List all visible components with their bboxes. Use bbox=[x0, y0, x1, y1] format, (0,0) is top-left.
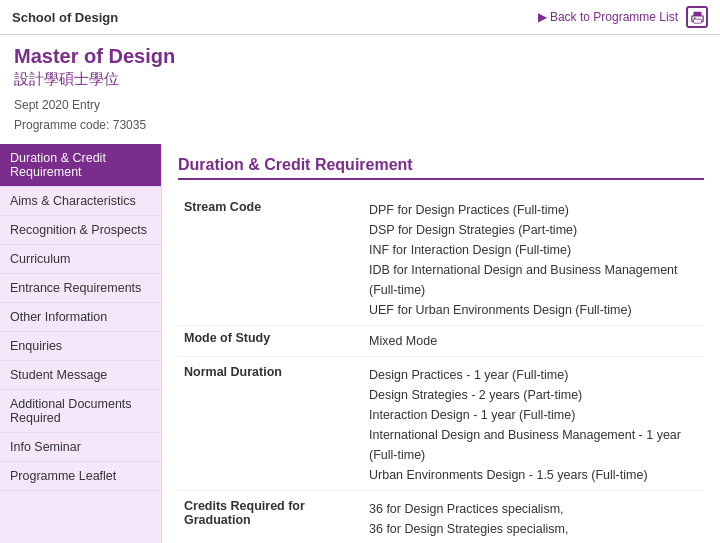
table-row: Normal Duration Design Practices - 1 yea… bbox=[178, 356, 704, 490]
back-link[interactable]: ▶ Back to Programme List bbox=[538, 10, 678, 24]
svg-rect-2 bbox=[693, 19, 701, 23]
sidebar-item-curriculum[interactable]: Curriculum bbox=[0, 245, 161, 274]
table-row: Stream Code DPF for Design Practices (Fu… bbox=[178, 192, 704, 326]
entry-info: Sept 2020 Entry bbox=[14, 98, 100, 112]
top-bar: School of Design ▶ Back to Programme Lis… bbox=[0, 0, 720, 35]
sidebar: Duration & Credit Requirement Aims & Cha… bbox=[0, 144, 162, 543]
sidebar-item-leaflet[interactable]: Programme Leaflet bbox=[0, 462, 161, 491]
sidebar-item-other[interactable]: Other Information bbox=[0, 303, 161, 332]
row-value-credits: 36 for Design Practices specialism, 36 f… bbox=[363, 490, 704, 543]
row-label-mode: Mode of Study bbox=[178, 325, 363, 356]
section-title: Duration & Credit Requirement bbox=[178, 156, 704, 180]
programme-code: Programme code: 73035 bbox=[14, 118, 146, 132]
content-area: Duration & Credit Requirement Stream Cod… bbox=[162, 144, 720, 543]
svg-rect-3 bbox=[693, 17, 695, 18]
table-row: Credits Required for Graduation 36 for D… bbox=[178, 490, 704, 543]
school-name: School of Design bbox=[12, 10, 118, 25]
sidebar-item-student[interactable]: Student Message bbox=[0, 361, 161, 390]
sidebar-item-aims[interactable]: Aims & Characteristics bbox=[0, 187, 161, 216]
sidebar-item-recognition[interactable]: Recognition & Prospects bbox=[0, 216, 161, 245]
sidebar-item-seminar[interactable]: Info Seminar bbox=[0, 433, 161, 462]
sidebar-item-duration[interactable]: Duration & Credit Requirement bbox=[0, 144, 161, 187]
programme-title-zh: 設計學碩士學位 bbox=[14, 70, 706, 89]
row-label-stream: Stream Code bbox=[178, 192, 363, 326]
row-label-credits: Credits Required for Graduation bbox=[178, 490, 363, 543]
row-label-duration: Normal Duration bbox=[178, 356, 363, 490]
sidebar-item-enquiries[interactable]: Enquiries bbox=[0, 332, 161, 361]
printer-icon[interactable] bbox=[686, 6, 708, 28]
programme-meta: Sept 2020 Entry Programme code: 73035 bbox=[14, 95, 706, 136]
row-value-duration: Design Practices - 1 year (Full-time) De… bbox=[363, 356, 704, 490]
programme-header: Master of Design 設計學碩士學位 Sept 2020 Entry… bbox=[0, 35, 720, 144]
programme-title: Master of Design bbox=[14, 45, 706, 68]
row-value-stream: DPF for Design Practices (Full-time) DSP… bbox=[363, 192, 704, 326]
sidebar-item-entrance[interactable]: Entrance Requirements bbox=[0, 274, 161, 303]
table-row: Mode of Study Mixed Mode bbox=[178, 325, 704, 356]
row-value-mode: Mixed Mode bbox=[363, 325, 704, 356]
info-table: Stream Code DPF for Design Practices (Fu… bbox=[178, 192, 704, 543]
main-layout: Duration & Credit Requirement Aims & Cha… bbox=[0, 144, 720, 543]
sidebar-item-additional[interactable]: Additional Documents Required bbox=[0, 390, 161, 433]
